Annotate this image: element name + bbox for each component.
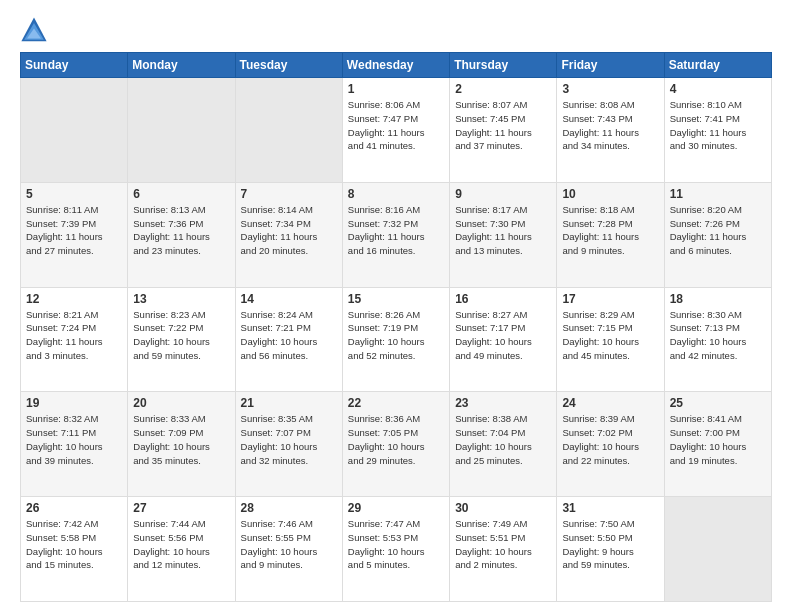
day-info-line: and 41 minutes. (348, 140, 416, 151)
day-info-line: Sunrise: 8:07 AM (455, 99, 527, 110)
day-info-line: Sunset: 5:53 PM (348, 532, 418, 543)
day-info-line: Sunset: 7:26 PM (670, 218, 740, 229)
day-info-line: Sunrise: 7:42 AM (26, 518, 98, 529)
day-info-line: and 39 minutes. (26, 455, 94, 466)
table-row: 26Sunrise: 7:42 AMSunset: 5:58 PMDayligh… (21, 497, 128, 602)
day-info-line: and 34 minutes. (562, 140, 630, 151)
day-info-line: Sunrise: 8:38 AM (455, 413, 527, 424)
table-row: 6Sunrise: 8:13 AMSunset: 7:36 PMDaylight… (128, 182, 235, 287)
day-number: 23 (455, 396, 551, 410)
day-number: 21 (241, 396, 337, 410)
day-info: Sunrise: 8:11 AMSunset: 7:39 PMDaylight:… (26, 203, 122, 258)
day-info-line: Sunset: 7:34 PM (241, 218, 311, 229)
day-info-line: and 35 minutes. (133, 455, 201, 466)
day-info-line: Sunset: 7:11 PM (26, 427, 96, 438)
day-info-line: Sunrise: 8:08 AM (562, 99, 634, 110)
day-info-line: Sunset: 7:09 PM (133, 427, 203, 438)
page: Sunday Monday Tuesday Wednesday Thursday… (0, 0, 792, 612)
table-row: 7Sunrise: 8:14 AMSunset: 7:34 PMDaylight… (235, 182, 342, 287)
table-row: 2Sunrise: 8:07 AMSunset: 7:45 PMDaylight… (450, 78, 557, 183)
calendar-header-row: Sunday Monday Tuesday Wednesday Thursday… (21, 53, 772, 78)
day-info-line: and 13 minutes. (455, 245, 523, 256)
day-info: Sunrise: 7:47 AMSunset: 5:53 PMDaylight:… (348, 517, 444, 572)
calendar-table: Sunday Monday Tuesday Wednesday Thursday… (20, 52, 772, 602)
day-info: Sunrise: 8:38 AMSunset: 7:04 PMDaylight:… (455, 412, 551, 467)
day-info-line: Sunset: 7:13 PM (670, 322, 740, 333)
day-info-line: Sunset: 7:45 PM (455, 113, 525, 124)
day-info-line: Sunrise: 8:35 AM (241, 413, 313, 424)
day-info-line: and 49 minutes. (455, 350, 523, 361)
table-row: 3Sunrise: 8:08 AMSunset: 7:43 PMDaylight… (557, 78, 664, 183)
day-info-line: Sunrise: 8:23 AM (133, 309, 205, 320)
day-info-line: Sunrise: 8:41 AM (670, 413, 742, 424)
day-info-line: Sunrise: 8:13 AM (133, 204, 205, 215)
day-info-line: Sunrise: 7:46 AM (241, 518, 313, 529)
table-row: 14Sunrise: 8:24 AMSunset: 7:21 PMDayligh… (235, 287, 342, 392)
day-info-line: and 6 minutes. (670, 245, 732, 256)
day-info-line: Sunset: 7:21 PM (241, 322, 311, 333)
day-info-line: Daylight: 10 hours (26, 441, 103, 452)
day-info: Sunrise: 8:35 AMSunset: 7:07 PMDaylight:… (241, 412, 337, 467)
day-info-line: Sunrise: 8:32 AM (26, 413, 98, 424)
col-sunday: Sunday (21, 53, 128, 78)
day-info-line: Sunset: 7:17 PM (455, 322, 525, 333)
day-info-line: Sunset: 7:15 PM (562, 322, 632, 333)
day-info-line: Sunrise: 8:27 AM (455, 309, 527, 320)
table-row: 11Sunrise: 8:20 AMSunset: 7:26 PMDayligh… (664, 182, 771, 287)
calendar-week-row: 1Sunrise: 8:06 AMSunset: 7:47 PMDaylight… (21, 78, 772, 183)
day-info-line: Daylight: 11 hours (562, 231, 639, 242)
day-info-line: Sunrise: 8:14 AM (241, 204, 313, 215)
day-number: 4 (670, 82, 766, 96)
day-info-line: Daylight: 11 hours (133, 231, 210, 242)
table-row: 24Sunrise: 8:39 AMSunset: 7:02 PMDayligh… (557, 392, 664, 497)
day-info-line: Daylight: 10 hours (455, 336, 532, 347)
day-info-line: Daylight: 10 hours (455, 546, 532, 557)
day-info: Sunrise: 7:49 AMSunset: 5:51 PMDaylight:… (455, 517, 551, 572)
calendar-week-row: 12Sunrise: 8:21 AMSunset: 7:24 PMDayligh… (21, 287, 772, 392)
day-info-line: and 29 minutes. (348, 455, 416, 466)
day-info-line: and 27 minutes. (26, 245, 94, 256)
day-info-line: Sunrise: 8:18 AM (562, 204, 634, 215)
table-row: 19Sunrise: 8:32 AMSunset: 7:11 PMDayligh… (21, 392, 128, 497)
day-number: 14 (241, 292, 337, 306)
day-info-line: Daylight: 10 hours (133, 441, 210, 452)
day-number: 18 (670, 292, 766, 306)
day-number: 10 (562, 187, 658, 201)
day-info-line: and 12 minutes. (133, 559, 201, 570)
day-info-line: Daylight: 10 hours (241, 336, 318, 347)
day-info-line: and 59 minutes. (133, 350, 201, 361)
col-monday: Monday (128, 53, 235, 78)
day-info-line: and 5 minutes. (348, 559, 410, 570)
day-info-line: Sunset: 5:51 PM (455, 532, 525, 543)
day-info-line: Sunrise: 8:17 AM (455, 204, 527, 215)
day-number: 5 (26, 187, 122, 201)
day-info: Sunrise: 8:39 AMSunset: 7:02 PMDaylight:… (562, 412, 658, 467)
table-row: 22Sunrise: 8:36 AMSunset: 7:05 PMDayligh… (342, 392, 449, 497)
day-info-line: and 16 minutes. (348, 245, 416, 256)
logo (20, 16, 50, 44)
day-info-line: and 30 minutes. (670, 140, 738, 151)
day-number: 29 (348, 501, 444, 515)
table-row (128, 78, 235, 183)
day-info-line: Sunrise: 7:44 AM (133, 518, 205, 529)
day-info: Sunrise: 8:13 AMSunset: 7:36 PMDaylight:… (133, 203, 229, 258)
table-row: 16Sunrise: 8:27 AMSunset: 7:17 PMDayligh… (450, 287, 557, 392)
logo-icon (20, 16, 48, 44)
day-info-line: and 45 minutes. (562, 350, 630, 361)
day-info-line: Sunrise: 8:26 AM (348, 309, 420, 320)
day-info-line: and 20 minutes. (241, 245, 309, 256)
day-info-line: Daylight: 11 hours (562, 127, 639, 138)
day-info: Sunrise: 8:30 AMSunset: 7:13 PMDaylight:… (670, 308, 766, 363)
day-info-line: Daylight: 10 hours (133, 546, 210, 557)
day-info-line: and 22 minutes. (562, 455, 630, 466)
day-info: Sunrise: 8:41 AMSunset: 7:00 PMDaylight:… (670, 412, 766, 467)
day-info-line: Sunset: 7:22 PM (133, 322, 203, 333)
day-info-line: Sunset: 7:43 PM (562, 113, 632, 124)
day-info: Sunrise: 8:08 AMSunset: 7:43 PMDaylight:… (562, 98, 658, 153)
day-info-line: Daylight: 10 hours (241, 441, 318, 452)
day-info-line: Sunrise: 8:06 AM (348, 99, 420, 110)
day-info-line: Sunset: 5:50 PM (562, 532, 632, 543)
day-info-line: Daylight: 11 hours (670, 231, 747, 242)
day-info-line: Daylight: 10 hours (348, 546, 425, 557)
day-info-line: Sunrise: 8:11 AM (26, 204, 98, 215)
